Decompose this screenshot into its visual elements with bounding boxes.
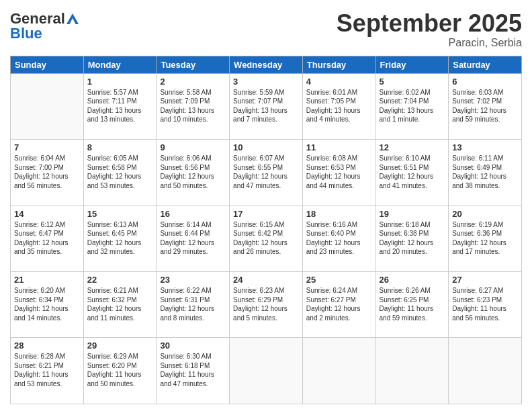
calendar-cell: 29Sunrise: 6:29 AMSunset: 6:20 PMDayligh… <box>83 338 157 404</box>
day-info: Sunrise: 6:13 AMSunset: 6:45 PMDaylight:… <box>87 220 153 257</box>
month-title: September 2025 <box>337 10 522 37</box>
calendar-week-0: 1Sunrise: 5:57 AMSunset: 7:11 PMDaylight… <box>11 73 522 139</box>
day-info: Sunrise: 6:08 AMSunset: 6:53 PMDaylight:… <box>306 154 372 190</box>
header-saturday: Saturday <box>449 56 522 73</box>
day-number: 23 <box>160 275 226 285</box>
day-number: 6 <box>452 77 518 87</box>
day-info: Sunrise: 6:14 AMSunset: 6:44 PMDaylight:… <box>160 220 226 257</box>
day-info: Sunrise: 5:58 AMSunset: 7:09 PMDaylight:… <box>160 88 226 124</box>
day-info: Sunrise: 6:12 AMSunset: 6:47 PMDaylight:… <box>14 220 80 257</box>
day-number: 13 <box>452 142 518 152</box>
day-number: 5 <box>380 77 445 87</box>
calendar-cell <box>230 338 303 404</box>
day-number: 30 <box>160 340 226 351</box>
calendar-cell: 20Sunrise: 6:19 AMSunset: 6:36 PMDayligh… <box>449 205 522 271</box>
day-number: 17 <box>233 209 299 219</box>
day-number: 25 <box>306 275 372 285</box>
day-number: 8 <box>87 142 153 152</box>
day-info: Sunrise: 6:10 AMSunset: 6:51 PMDaylight:… <box>380 154 445 190</box>
header-wednesday: Wednesday <box>230 56 303 73</box>
logo-triangle-icon <box>66 13 79 25</box>
day-info: Sunrise: 6:06 AMSunset: 6:56 PMDaylight:… <box>160 154 226 190</box>
calendar-cell: 16Sunrise: 6:14 AMSunset: 6:44 PMDayligh… <box>157 205 230 271</box>
day-number: 29 <box>87 340 153 351</box>
calendar-cell: 4Sunrise: 6:01 AMSunset: 7:05 PMDaylight… <box>302 73 375 139</box>
day-info: Sunrise: 6:23 AMSunset: 6:29 PMDaylight:… <box>233 286 299 322</box>
calendar-cell: 18Sunrise: 6:16 AMSunset: 6:40 PMDayligh… <box>302 205 375 271</box>
day-number: 11 <box>306 142 372 152</box>
calendar-cell: 7Sunrise: 6:04 AMSunset: 7:00 PMDaylight… <box>11 140 84 205</box>
day-info: Sunrise: 6:15 AMSunset: 6:42 PMDaylight:… <box>233 220 299 257</box>
day-number: 10 <box>233 142 299 152</box>
calendar-cell: 26Sunrise: 6:26 AMSunset: 6:25 PMDayligh… <box>375 272 449 338</box>
calendar-cell: 14Sunrise: 6:12 AMSunset: 6:47 PMDayligh… <box>11 205 84 271</box>
calendar-cell: 15Sunrise: 6:13 AMSunset: 6:45 PMDayligh… <box>83 205 157 271</box>
day-info: Sunrise: 6:27 AMSunset: 6:23 PMDaylight:… <box>452 286 518 322</box>
day-number: 21 <box>14 275 80 285</box>
day-number: 22 <box>87 275 153 285</box>
calendar-cell: 12Sunrise: 6:10 AMSunset: 6:51 PMDayligh… <box>375 140 449 205</box>
logo-blue-text: Blue <box>10 25 42 42</box>
calendar-table: Sunday Monday Tuesday Wednesday Thursday… <box>10 56 522 404</box>
day-number: 9 <box>160 142 226 152</box>
day-number: 20 <box>452 209 518 219</box>
day-info: Sunrise: 6:18 AMSunset: 6:38 PMDaylight:… <box>380 220 445 257</box>
header-friday: Friday <box>375 56 449 73</box>
day-info: Sunrise: 6:01 AMSunset: 7:05 PMDaylight:… <box>306 88 372 124</box>
header-sunday: Sunday <box>11 56 84 73</box>
calendar-header-row: Sunday Monday Tuesday Wednesday Thursday… <box>11 56 522 73</box>
day-info: Sunrise: 6:03 AMSunset: 7:02 PMDaylight:… <box>452 88 518 124</box>
day-number: 18 <box>306 209 372 219</box>
calendar-cell <box>375 338 449 404</box>
header-tuesday: Tuesday <box>157 56 230 73</box>
calendar-cell <box>449 338 522 404</box>
calendar-week-4: 28Sunrise: 6:28 AMSunset: 6:21 PMDayligh… <box>11 338 522 404</box>
day-number: 24 <box>233 275 299 285</box>
calendar-week-1: 7Sunrise: 6:04 AMSunset: 7:00 PMDaylight… <box>11 140 522 205</box>
logo: General Blue <box>10 10 79 42</box>
calendar-cell: 25Sunrise: 6:24 AMSunset: 6:27 PMDayligh… <box>302 272 375 338</box>
location: Paracin, Serbia <box>337 37 522 49</box>
day-info: Sunrise: 6:04 AMSunset: 7:00 PMDaylight:… <box>14 154 80 190</box>
day-info: Sunrise: 5:57 AMSunset: 7:11 PMDaylight:… <box>87 88 153 124</box>
day-number: 12 <box>380 142 445 152</box>
calendar-cell: 23Sunrise: 6:22 AMSunset: 6:31 PMDayligh… <box>157 272 230 338</box>
day-number: 1 <box>87 77 153 87</box>
day-info: Sunrise: 6:11 AMSunset: 6:49 PMDaylight:… <box>452 154 518 190</box>
day-number: 3 <box>233 77 299 87</box>
day-info: Sunrise: 6:16 AMSunset: 6:40 PMDaylight:… <box>306 220 372 257</box>
day-number: 26 <box>380 275 445 285</box>
calendar-cell: 6Sunrise: 6:03 AMSunset: 7:02 PMDaylight… <box>449 73 522 139</box>
day-info: Sunrise: 6:28 AMSunset: 6:21 PMDaylight:… <box>14 352 80 388</box>
page: General Blue September 2025 Paracin, Ser… <box>0 0 532 411</box>
day-number: 7 <box>14 142 80 152</box>
day-info: Sunrise: 6:30 AMSunset: 6:18 PMDaylight:… <box>160 352 226 388</box>
calendar-cell: 5Sunrise: 6:02 AMSunset: 7:04 PMDaylight… <box>375 73 449 139</box>
day-number: 15 <box>87 209 153 219</box>
day-info: Sunrise: 6:19 AMSunset: 6:36 PMDaylight:… <box>452 220 518 257</box>
header: General Blue September 2025 Paracin, Ser… <box>10 10 522 49</box>
day-number: 2 <box>160 77 226 87</box>
day-info: Sunrise: 6:07 AMSunset: 6:55 PMDaylight:… <box>233 154 299 190</box>
header-thursday: Thursday <box>302 56 375 73</box>
day-info: Sunrise: 6:22 AMSunset: 6:31 PMDaylight:… <box>160 286 226 322</box>
calendar-cell: 24Sunrise: 6:23 AMSunset: 6:29 PMDayligh… <box>230 272 303 338</box>
calendar-cell: 3Sunrise: 5:59 AMSunset: 7:07 PMDaylight… <box>230 73 303 139</box>
day-info: Sunrise: 6:24 AMSunset: 6:27 PMDaylight:… <box>306 286 372 322</box>
calendar-cell: 11Sunrise: 6:08 AMSunset: 6:53 PMDayligh… <box>302 140 375 205</box>
day-number: 4 <box>306 77 372 87</box>
calendar-cell: 1Sunrise: 5:57 AMSunset: 7:11 PMDaylight… <box>83 73 157 139</box>
calendar-cell <box>11 73 84 139</box>
calendar-week-2: 14Sunrise: 6:12 AMSunset: 6:47 PMDayligh… <box>11 205 522 271</box>
calendar-cell: 17Sunrise: 6:15 AMSunset: 6:42 PMDayligh… <box>230 205 303 271</box>
calendar-cell: 27Sunrise: 6:27 AMSunset: 6:23 PMDayligh… <box>449 272 522 338</box>
calendar-cell: 9Sunrise: 6:06 AMSunset: 6:56 PMDaylight… <box>157 140 230 205</box>
calendar-cell: 30Sunrise: 6:30 AMSunset: 6:18 PMDayligh… <box>157 338 230 404</box>
day-info: Sunrise: 6:21 AMSunset: 6:32 PMDaylight:… <box>87 286 153 322</box>
header-monday: Monday <box>83 56 157 73</box>
day-number: 19 <box>380 209 445 219</box>
calendar-cell: 13Sunrise: 6:11 AMSunset: 6:49 PMDayligh… <box>449 140 522 205</box>
day-info: Sunrise: 5:59 AMSunset: 7:07 PMDaylight:… <box>233 88 299 124</box>
day-info: Sunrise: 6:29 AMSunset: 6:20 PMDaylight:… <box>87 352 153 388</box>
calendar-cell: 22Sunrise: 6:21 AMSunset: 6:32 PMDayligh… <box>83 272 157 338</box>
